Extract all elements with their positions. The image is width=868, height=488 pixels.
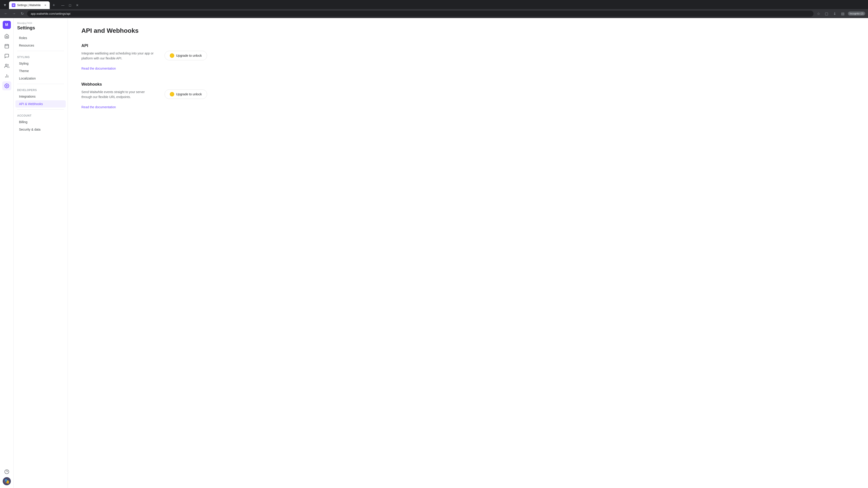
tab-list-btn[interactable]: ▼ bbox=[2, 2, 8, 8]
nav-calendar[interactable] bbox=[2, 41, 11, 51]
api-docs-link[interactable]: Read the documentation bbox=[81, 67, 116, 70]
svg-point-4 bbox=[5, 64, 7, 66]
sidebar-item-billing[interactable]: Billing bbox=[16, 119, 66, 126]
browser-titlebar: ▼ M Settings | Waitwhile ✕ + — ◻ ✕ bbox=[0, 0, 868, 9]
sidebar-section-account: Account bbox=[13, 111, 68, 118]
api-upgrade-label: Upgrade to unlock bbox=[176, 54, 202, 57]
webhooks-description: Send Waitwhile events straight to your s… bbox=[81, 90, 154, 110]
api-upgrade-btn[interactable]: ⚡ Upgrade to unlock bbox=[164, 51, 207, 60]
nav-analytics[interactable] bbox=[2, 71, 11, 80]
api-section-title: API bbox=[81, 43, 855, 48]
sidebar-divider-1 bbox=[17, 51, 64, 51]
close-btn[interactable]: ✕ bbox=[74, 2, 81, 8]
webhooks-upgrade-label: Upgrade to unlock bbox=[176, 92, 202, 96]
user-avatar[interactable]: 🎭 bbox=[3, 477, 11, 485]
profile-btn[interactable]: ▤ bbox=[840, 10, 846, 17]
sidebar-item-security[interactable]: Security & data bbox=[16, 126, 66, 133]
icon-nav: M 🎭 bbox=[0, 18, 13, 488]
browser-nav: ← → ↻ app.waitwhile.com/settings/api ☆ ▢… bbox=[0, 9, 868, 18]
webhooks-lightning-icon: ⚡ bbox=[170, 92, 174, 96]
app-layout: M 🎭 Moodjoy7434 bbox=[0, 18, 868, 488]
page-title: API and Webhooks bbox=[81, 27, 855, 34]
nav-home[interactable] bbox=[2, 32, 11, 41]
sidebar-item-localization[interactable]: Localization bbox=[16, 75, 66, 82]
brand-avatar[interactable]: M bbox=[3, 21, 11, 29]
svg-point-8 bbox=[6, 85, 7, 87]
main-content: API and Webhooks API Integrate waitlisti… bbox=[68, 18, 868, 488]
sidebar-brand: Moodjoy7434 bbox=[17, 22, 64, 24]
sidebar-title: Settings bbox=[17, 25, 64, 31]
nav-help[interactable] bbox=[2, 467, 11, 476]
sidebar-header: Moodjoy7434 Settings bbox=[13, 22, 68, 34]
reload-btn[interactable]: ↻ bbox=[19, 10, 25, 17]
nav-settings[interactable] bbox=[2, 81, 11, 90]
webhooks-upgrade-btn[interactable]: ⚡ Upgrade to unlock bbox=[164, 90, 207, 99]
api-description: Integrate waitlisting and scheduling int… bbox=[81, 51, 154, 71]
sidebar-item-api-webhooks[interactable]: API & Webhooks bbox=[16, 100, 66, 107]
sidebar-divider-2 bbox=[17, 84, 64, 84]
tab-title: Settings | Waitwhile bbox=[17, 4, 41, 7]
new-tab-btn[interactable]: + bbox=[51, 2, 57, 8]
back-btn[interactable]: ← bbox=[3, 10, 9, 17]
window-controls: — ◻ ✕ bbox=[60, 2, 81, 8]
sidebar-item-resources[interactable]: Resources bbox=[16, 42, 66, 49]
icon-nav-bottom: 🎭 bbox=[2, 467, 11, 485]
sidebar-section-styling: Styling bbox=[13, 53, 68, 60]
sidebar-item-styling[interactable]: Styling bbox=[16, 60, 66, 67]
nav-chat[interactable] bbox=[2, 52, 11, 61]
tab-close-btn[interactable]: ✕ bbox=[43, 3, 47, 7]
minimize-btn[interactable]: — bbox=[60, 2, 66, 8]
browser-chrome: ▼ M Settings | Waitwhile ✕ + — ◻ ✕ ← → ↻… bbox=[0, 0, 868, 18]
api-section: API Integrate waitlisting and scheduling… bbox=[81, 43, 855, 71]
extensions-btn[interactable]: ▢ bbox=[824, 10, 830, 17]
webhooks-section-body: Send Waitwhile events straight to your s… bbox=[81, 90, 855, 110]
download-btn[interactable]: ⇓ bbox=[832, 10, 838, 17]
webhooks-section-title: Webhooks bbox=[81, 82, 855, 87]
api-lightning-icon: ⚡ bbox=[170, 53, 174, 58]
maximize-btn[interactable]: ◻ bbox=[67, 2, 73, 8]
sidebar-item-roles[interactable]: Roles bbox=[16, 34, 66, 41]
webhooks-docs-link[interactable]: Read the documentation bbox=[81, 105, 116, 109]
sidebar-item-integrations[interactable]: Integrations bbox=[16, 93, 66, 100]
sidebar-item-theme[interactable]: Theme bbox=[16, 67, 66, 74]
address-bar[interactable]: app.waitwhile.com/settings/api bbox=[27, 11, 813, 17]
sidebar: Moodjoy7434 Settings Roles Resources Sty… bbox=[13, 18, 68, 488]
nav-team[interactable] bbox=[2, 61, 11, 70]
incognito-badge[interactable]: Incognito (2) bbox=[848, 11, 865, 15]
webhooks-section: Webhooks Send Waitwhile events straight … bbox=[81, 82, 855, 110]
nav-actions: ☆ ▢ ⇓ ▤ Incognito (2) bbox=[815, 10, 865, 17]
browser-tab[interactable]: M Settings | Waitwhile ✕ bbox=[9, 1, 50, 9]
sidebar-section-developers: Developers bbox=[13, 86, 68, 93]
tab-favicon: M bbox=[12, 3, 16, 7]
svg-rect-0 bbox=[5, 44, 8, 48]
forward-btn[interactable]: → bbox=[11, 10, 17, 17]
address-text: app.waitwhile.com/settings/api bbox=[31, 12, 70, 15]
bookmark-btn[interactable]: ☆ bbox=[815, 10, 822, 17]
api-section-body: Integrate waitlisting and scheduling int… bbox=[81, 51, 855, 71]
